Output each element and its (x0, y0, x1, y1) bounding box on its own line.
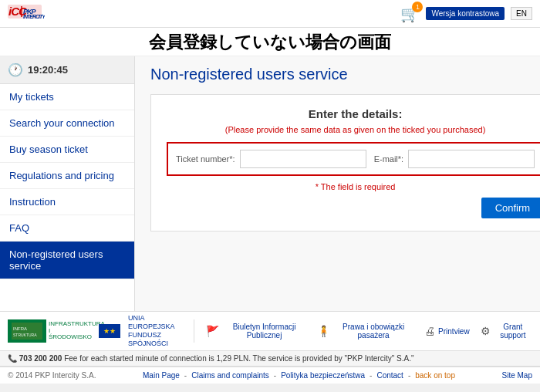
confirm-btn-row: Confirm (167, 198, 540, 218)
bottom-link-privacy[interactable]: Polityka bezpieczeństwa (281, 371, 365, 380)
email-field-group: E-mail*: (374, 150, 535, 168)
sidebar-item-buy-season-ticket[interactable]: Buy season ticket (0, 137, 134, 163)
language-button[interactable]: EN (511, 7, 532, 20)
jp-heading: 会員登録していない場合の画面 (0, 28, 540, 56)
sidebar-item-instruction[interactable]: Instruction (0, 189, 134, 215)
sidebar-item-non-registered[interactable]: Non-registered users service (0, 242, 134, 279)
confirm-button[interactable]: Confirm (481, 198, 540, 218)
ticket-label: Ticket number*: (176, 154, 235, 164)
svg-text:STRUKTURA: STRUKTURA (13, 333, 37, 337)
field-required-note: * The field is required (167, 182, 540, 191)
eu-flag-icon: ★★ (99, 324, 120, 338)
content-area: Non-registered users service Enter the d… (135, 56, 540, 311)
copyright: © 2014 PKP Intercity S.A. (8, 371, 96, 380)
sidebar-item-regulations-pricing[interactable]: Regulations and pricing (0, 163, 134, 189)
form-heading: Enter the details: (167, 107, 540, 120)
cart-badge: 1 (412, 2, 423, 12)
bottom-link-contact[interactable]: Contact (376, 371, 403, 380)
biuletyn-icon: 🚩 (206, 325, 219, 337)
ticket-input[interactable] (240, 150, 366, 168)
email-input[interactable] (408, 150, 535, 168)
form-fields: Ticket number*: E-mail*: (167, 142, 540, 176)
logo-ic-icon: iCC PKP INTERCITY (8, 3, 45, 24)
logo-area: iCC PKP INTERCITY (8, 3, 45, 24)
bottom-bar: © 2014 PKP Intercity S.A. Main Page - Cl… (0, 367, 540, 384)
sidebar-item-my-tickets[interactable]: My tickets (0, 84, 134, 110)
sidebar-time-label: 19:20:45 (28, 64, 68, 76)
svg-text:INTERCITY: INTERCITY (23, 14, 45, 19)
form-box: Enter the details: (Please provide the s… (150, 94, 540, 231)
email-label: E-mail*: (374, 154, 404, 164)
footer-links: 🚩 Biuletyn Informacji Publicznej 🧍 Prawa… (206, 323, 532, 340)
footer-link-biuletyn[interactable]: 🚩 Biuletyn Informacji Publicznej (206, 323, 306, 340)
phone-text: Fee for each started minute of connectio… (64, 354, 413, 363)
clock-icon: 🕐 (8, 63, 23, 77)
page-title: Non-registered users service (150, 66, 540, 83)
header: iCC PKP INTERCITY 🛒 1 Wersja kontrastowa… (0, 0, 540, 28)
contrast-button[interactable]: Wersja kontrastowa (426, 7, 505, 20)
site-map-link[interactable]: Site Map (502, 371, 532, 380)
bottom-link-claims[interactable]: Claims and complaints (191, 371, 269, 380)
footer-divider (194, 319, 194, 343)
sidebar-item-faq[interactable]: FAQ (0, 215, 134, 242)
print-icon: 🖨 (424, 325, 435, 337)
svg-text:★★: ★★ (103, 327, 116, 335)
ticket-field-group: Ticket number*: (176, 150, 366, 168)
sidebar-item-search-connection[interactable]: Search your connection (0, 110, 134, 137)
header-right: 🛒 1 Wersja kontrastowa EN (400, 5, 532, 23)
infra-text: INFRASTRUKTURA I ŚRODOWISKO (49, 321, 91, 341)
bottom-links: Main Page - Claims and complaints - Poli… (143, 371, 455, 380)
sidebar: 🕐 19:20:45 My tickets Search your connec… (0, 56, 135, 311)
phone-icon: 📞 (8, 354, 17, 363)
footer-link-printview[interactable]: 🖨 Printview (424, 325, 470, 337)
phone-number: 703 200 200 (19, 354, 62, 363)
infra-logo: INFRA STRUKTURA INFRASTRUKTURA I ŚRODOWI… (8, 319, 91, 343)
phone-footer: 📞 703 200 200 Fee for each started minut… (0, 351, 540, 367)
footer-logos: INFRA STRUKTURA INFRASTRUKTURA I ŚRODOWI… (0, 311, 540, 351)
bottom-link-back-top[interactable]: back on top (415, 371, 455, 380)
footer-link-grant[interactable]: ⚙ Grant support (481, 323, 532, 340)
svg-text:INFRA: INFRA (13, 326, 27, 331)
footer-link-prawa[interactable]: 🧍 Prawa i obowiązki pasażera (317, 323, 413, 340)
grant-icon: ⚙ (481, 325, 491, 337)
form-notice: (Please provide the same data as given o… (167, 125, 540, 134)
prawa-icon: 🧍 (317, 325, 330, 337)
bottom-link-main-page[interactable]: Main Page (143, 371, 180, 380)
main-layout: 🕐 19:20:45 My tickets Search your connec… (0, 56, 540, 311)
eu-text: UNIA EUROPEJSKA FUNDUSZ SPÓJNOŚCI (128, 314, 182, 347)
infra-box-icon: INFRA STRUKTURA (8, 319, 46, 343)
cart-area[interactable]: 🛒 1 (400, 5, 420, 23)
sidebar-time: 🕐 19:20:45 (0, 56, 134, 84)
